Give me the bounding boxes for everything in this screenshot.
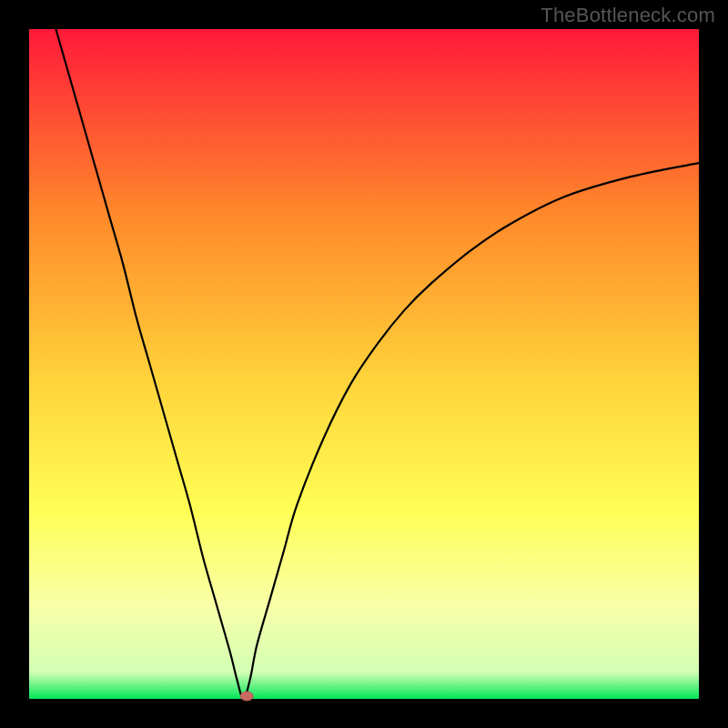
bottleneck-chart [0, 0, 728, 728]
minimum-marker [240, 692, 253, 701]
watermark-text: TheBottleneck.com [541, 4, 715, 27]
chart-stage: TheBottleneck.com [0, 0, 728, 728]
